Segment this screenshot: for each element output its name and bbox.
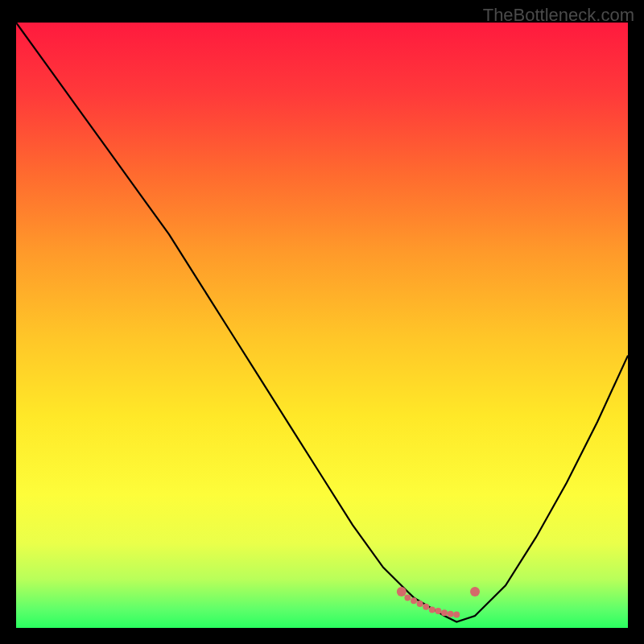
marker-dot [470, 587, 480, 597]
marker-dot [429, 606, 436, 613]
marker-dot [423, 604, 429, 610]
bottleneck-curve [16, 23, 628, 628]
marker-dot [404, 594, 411, 601]
marker-dot [448, 611, 454, 617]
curve-path [16, 23, 628, 622]
watermark-text: TheBottleneck.com [483, 5, 634, 26]
chart-frame [16, 23, 628, 628]
marker-dot [417, 601, 423, 607]
marker-dot [397, 587, 407, 597]
plot-area [16, 23, 628, 628]
marker-dot [411, 597, 417, 604]
marker-dot [441, 609, 448, 616]
marker-dot [453, 612, 460, 618]
marker-group [397, 587, 480, 618]
marker-dot [435, 608, 441, 614]
